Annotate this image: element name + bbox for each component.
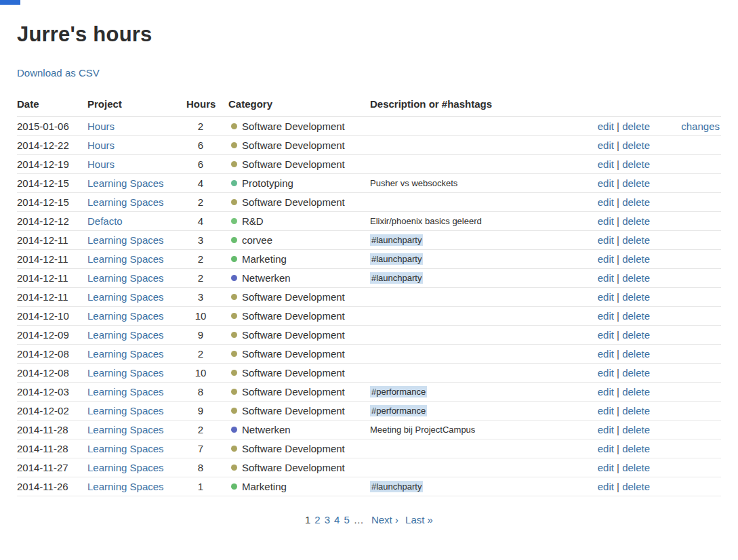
project-link[interactable]: Learning Spaces — [87, 462, 164, 473]
delete-link[interactable]: delete — [622, 196, 650, 208]
project-link[interactable]: Defacto — [87, 215, 123, 227]
delete-link[interactable]: delete — [622, 253, 650, 265]
table-row: 2014-12-09Learning Spaces9Software Devel… — [17, 326, 721, 345]
actions-cell: edit | delete — [535, 307, 651, 326]
delete-link[interactable]: delete — [622, 405, 650, 416]
pagination-page-link[interactable]: 5 — [344, 514, 349, 525]
project-cell: Learning Spaces — [87, 421, 186, 439]
action-separator: | — [614, 310, 622, 322]
pagination-last-link[interactable]: Last » — [405, 514, 433, 525]
col-header-actions — [535, 94, 651, 117]
row-date: 2014-12-15 — [17, 174, 87, 193]
actions-cell: edit | delete — [535, 402, 651, 421]
changes-link[interactable]: changes — [681, 121, 720, 132]
download-csv-link[interactable]: Download as CSV — [17, 67, 100, 79]
delete-link[interactable]: delete — [622, 291, 650, 303]
actions-cell: edit | delete — [535, 269, 651, 288]
delete-link[interactable]: delete — [622, 424, 650, 435]
edit-link[interactable]: edit — [598, 424, 614, 435]
action-separator: | — [614, 367, 622, 379]
row-hours: 4 — [186, 174, 228, 193]
edit-link[interactable]: edit — [598, 215, 614, 227]
delete-link[interactable]: delete — [622, 139, 650, 151]
category-label: Software Development — [242, 348, 345, 360]
project-link[interactable]: Learning Spaces — [87, 443, 164, 454]
project-link[interactable]: Hours — [87, 121, 115, 132]
actions-cell: edit | delete — [535, 193, 651, 212]
edit-link[interactable]: edit — [598, 443, 614, 454]
project-link[interactable]: Learning Spaces — [87, 348, 164, 360]
edit-link[interactable]: edit — [598, 348, 614, 360]
delete-link[interactable]: delete — [622, 272, 650, 284]
project-link[interactable]: Learning Spaces — [87, 291, 164, 303]
category-cell: Netwerken — [228, 269, 370, 288]
table-row: 2014-11-27Learning Spaces8Software Devel… — [17, 458, 721, 477]
pagination-next-link[interactable]: Next › — [371, 514, 398, 525]
edit-link[interactable]: edit — [598, 121, 614, 132]
delete-link[interactable]: delete — [622, 367, 650, 379]
edit-link[interactable]: edit — [598, 462, 614, 473]
delete-link[interactable]: delete — [622, 158, 650, 170]
edit-link[interactable]: edit — [598, 405, 614, 416]
project-link[interactable]: Learning Spaces — [87, 272, 164, 284]
project-link[interactable]: Learning Spaces — [87, 424, 164, 435]
edit-link[interactable]: edit — [598, 310, 614, 322]
table-row: 2014-12-08Learning Spaces2Software Devel… — [17, 345, 721, 364]
edit-link[interactable]: edit — [598, 158, 614, 170]
category-label: Marketing — [242, 253, 287, 265]
table-row: 2014-12-11Learning Spaces3Software Devel… — [17, 288, 721, 307]
project-link[interactable]: Learning Spaces — [87, 367, 164, 379]
project-link[interactable]: Learning Spaces — [87, 310, 164, 322]
delete-link[interactable]: delete — [622, 348, 650, 360]
project-link[interactable]: Hours — [87, 139, 115, 151]
table-row: 2014-11-28Learning Spaces7Software Devel… — [17, 439, 721, 458]
delete-link[interactable]: delete — [622, 177, 650, 189]
project-link[interactable]: Learning Spaces — [87, 253, 164, 265]
row-hours: 1 — [186, 477, 228, 496]
edit-link[interactable]: edit — [598, 196, 614, 208]
edit-link[interactable]: edit — [598, 272, 614, 284]
delete-link[interactable]: delete — [622, 481, 650, 492]
edit-link[interactable]: edit — [598, 177, 614, 189]
delete-link[interactable]: delete — [622, 329, 650, 341]
edit-link[interactable]: edit — [598, 139, 614, 151]
changes-cell — [651, 402, 721, 421]
category-cell: Software Development — [228, 193, 370, 212]
delete-link[interactable]: delete — [622, 234, 650, 246]
delete-link[interactable]: delete — [622, 386, 650, 397]
category-dot — [231, 275, 237, 281]
pagination-page-link[interactable]: 2 — [314, 514, 320, 525]
edit-link[interactable]: edit — [598, 253, 614, 265]
project-link[interactable]: Learning Spaces — [87, 405, 164, 416]
edit-link[interactable]: edit — [598, 367, 614, 379]
category-label: Software Development — [242, 158, 345, 170]
changes-cell — [651, 212, 721, 231]
pagination-page-link[interactable]: 3 — [325, 514, 330, 525]
project-link[interactable]: Learning Spaces — [87, 386, 164, 397]
project-link[interactable]: Learning Spaces — [87, 177, 164, 189]
edit-link[interactable]: edit — [598, 329, 614, 341]
pagination-page-link[interactable]: 4 — [334, 514, 340, 525]
project-link[interactable]: Learning Spaces — [87, 329, 164, 341]
edit-link[interactable]: edit — [598, 291, 614, 303]
actions-cell: edit | delete — [535, 136, 651, 155]
category-cell: Software Development — [228, 326, 370, 345]
delete-link[interactable]: delete — [622, 310, 650, 322]
category-cell: Software Development — [228, 117, 370, 136]
project-link[interactable]: Hours — [87, 158, 115, 170]
delete-link[interactable]: delete — [622, 443, 650, 454]
delete-link[interactable]: delete — [622, 215, 650, 227]
table-row: 2014-12-03Learning Spaces8Software Devel… — [17, 383, 721, 402]
delete-link[interactable]: delete — [622, 121, 650, 132]
edit-link[interactable]: edit — [598, 386, 614, 397]
actions-cell: edit | delete — [535, 383, 651, 402]
edit-link[interactable]: edit — [598, 234, 614, 246]
hours-table: Date Project Hours Category Description … — [17, 94, 721, 496]
edit-link[interactable]: edit — [598, 481, 614, 492]
project-link[interactable]: Learning Spaces — [87, 481, 164, 492]
table-header-row: Date Project Hours Category Description … — [17, 94, 721, 117]
project-link[interactable]: Learning Spaces — [87, 234, 164, 246]
project-link[interactable]: Learning Spaces — [87, 196, 164, 208]
row-hours: 6 — [186, 136, 228, 155]
delete-link[interactable]: delete — [622, 462, 650, 473]
